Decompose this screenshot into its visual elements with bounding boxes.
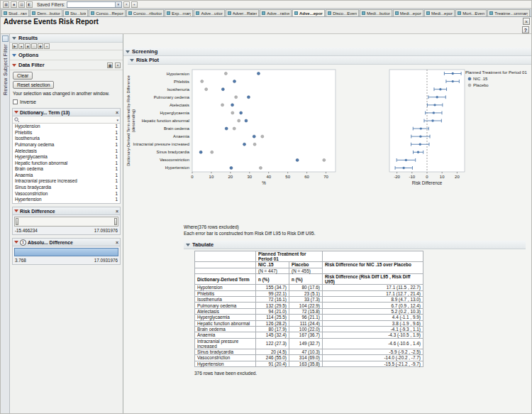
filter-term-item[interactable]: Isosthenuria1	[13, 136, 120, 142]
clear-filter-icon[interactable]: ×	[123, 1, 130, 8]
term-label: Brain oedema	[15, 166, 43, 173]
options-header[interactable]: Options	[10, 50, 123, 60]
clear-button[interactable]: Clear	[13, 72, 33, 80]
close-icon[interactable]: ×	[116, 209, 118, 214]
tab-medi-bution[interactable]: Medi...bution	[360, 9, 392, 16]
tab-label: Exp...mary	[172, 11, 191, 16]
red-triangle-menu-icon[interactable]	[14, 209, 18, 212]
risk-plot[interactable]: HypotensionPhlebitisIsosthenuriaPulmonar…	[125, 66, 531, 191]
title-bar: Adverse Events Risk Report ×	[1, 17, 531, 26]
tab-medi-eport[interactable]: Medi...eport	[424, 9, 455, 16]
tab-dem-bution[interactable]: Dem...bution	[30, 9, 62, 16]
tab-conco-ribution[interactable]: Conco...ribution	[126, 9, 164, 16]
svg-text:0: 0	[426, 175, 428, 179]
add-filter-icon[interactable]: +	[131, 1, 138, 8]
filter-term-item[interactable]: Hyperglycaemia1	[13, 154, 120, 160]
brush-tool-icon[interactable]: ■	[25, 43, 31, 49]
filter-close-icon[interactable]: ×	[115, 62, 121, 68]
risk-difference-range-slider[interactable]	[14, 217, 118, 227]
results-panel: Results ▶ ● ■ ○ ◆ + Options Data Filter …	[10, 34, 123, 413]
filter-term-item[interactable]: Hypotension1	[13, 124, 120, 130]
value-cell: 72 (16.1)	[256, 296, 289, 302]
tab-mort-event[interactable]: Mort...Event	[455, 9, 487, 16]
absolute-difference-selected-range[interactable]	[14, 248, 118, 256]
red-triangle-menu-icon[interactable]	[14, 241, 18, 244]
tab-icon	[91, 11, 94, 15]
help-button[interactable]: ?	[522, 26, 529, 33]
term-count: 1	[115, 154, 118, 160]
zoom-tool-icon[interactable]: ◆	[38, 43, 43, 49]
filter-term-item[interactable]: Intracranial pressure increased1	[13, 178, 120, 185]
results-header[interactable]: Results	[10, 34, 123, 43]
filter-term-item[interactable]: Atelectasis1	[13, 148, 120, 155]
tab-icon	[65, 11, 69, 15]
close-icon[interactable]: ×	[116, 240, 118, 245]
term-cell: Vasoconstriction	[195, 355, 256, 361]
data-filter-header[interactable]: Data Filter ▦ ×	[10, 60, 123, 70]
svg-text:Phlebitis: Phlebitis	[174, 80, 189, 84]
review-subject-filter-strip[interactable]: Review Subject Filter	[1, 34, 10, 413]
red-triangle-menu-icon[interactable]	[12, 64, 16, 67]
tab-treatme-ummary[interactable]: Treatme...ummary	[487, 9, 530, 16]
crosshair-tool-icon[interactable]: +	[44, 43, 50, 49]
tab-stu-lots[interactable]: Stu...lots	[63, 9, 88, 16]
risk-plot-header[interactable]: Risk Plot	[128, 56, 531, 65]
tab-medi-eport[interactable]: Medi...eport	[393, 9, 423, 16]
term-search-row[interactable]: ▾	[13, 116, 120, 124]
svg-text:-10: -10	[409, 175, 415, 179]
tab-adve-rative[interactable]: Adve...rative	[260, 9, 292, 16]
tab-exp-mary[interactable]: Exp...mary	[165, 9, 193, 16]
filter-term-item[interactable]: Hepatic function abnormal1	[13, 160, 120, 167]
term-cell: Intracranial pressure increased	[195, 338, 256, 349]
value-cell: 155 (34.7)	[256, 285, 289, 290]
term-filter-header[interactable]: Dictionary... Term (13) ×	[13, 109, 120, 116]
inverse-checkbox[interactable]	[13, 99, 18, 104]
range-min-value: -15.466234	[15, 228, 38, 233]
tab-disco-event[interactable]: Disco...Event	[326, 9, 359, 16]
reset-selection-button[interactable]: Reset selection	[13, 81, 54, 89]
filter-term-item[interactable]: Anaemia1	[13, 173, 120, 179]
tab-label: Adve...eport	[299, 11, 323, 16]
filter-term-item[interactable]: Sinus bradycardia1	[13, 185, 120, 191]
filter-term-item[interactable]: Vasoconstriction1	[13, 191, 120, 197]
tab-adve-ution[interactable]: Adve...ution	[194, 9, 224, 16]
layout-icon[interactable]: ◧	[26, 1, 33, 8]
inverse-checkbox-row[interactable]: Inverse	[10, 97, 123, 105]
value-cell: 8.9 (4.7 , 13.0)	[323, 296, 423, 302]
save-icon[interactable]: ■	[11, 1, 17, 8]
chevron-down-icon[interactable]: ▾	[116, 118, 118, 122]
open-icon[interactable]: ▦	[3, 1, 9, 8]
term-count: 1	[115, 191, 118, 197]
filter-term-item[interactable]: Hypertension1	[13, 197, 120, 203]
risk-difference-filter-header[interactable]: Risk Difference ×	[13, 207, 120, 215]
slider-handle-right[interactable]	[114, 218, 117, 225]
filter-options-icon[interactable]: ▦	[107, 62, 113, 68]
lasso-tool-icon[interactable]: ○	[31, 43, 37, 49]
absolute-difference-filter-header[interactable]: 1 Absolu... Difference ×	[13, 239, 120, 246]
red-triangle-menu-icon[interactable]	[14, 111, 18, 114]
tabulate-header[interactable]: Tabulate	[184, 241, 526, 249]
copy-icon[interactable]: ▤	[18, 1, 25, 8]
slider-handle-left[interactable]	[16, 218, 18, 225]
filter-term-item[interactable]: Brain oedema1	[13, 166, 120, 173]
value-cell: 149 (32.7)	[289, 338, 323, 349]
filter-term-item[interactable]: Pulmonary oedema1	[13, 142, 120, 148]
tab-adve-eport[interactable]: Adve...eport	[292, 9, 325, 16]
term-count: 1	[115, 148, 118, 155]
close-icon[interactable]: ×	[116, 110, 118, 115]
subject-filter-icon	[2, 36, 9, 42]
tab-label: Stud...ram	[9, 11, 27, 16]
screening-header[interactable]: Screening	[123, 48, 531, 56]
saved-filters-label: Saved Filters:	[37, 2, 65, 7]
close-button[interactable]: ×	[523, 18, 530, 25]
arrow-tool-icon[interactable]: ▶	[12, 43, 18, 49]
tab-stud-ram[interactable]: Stud...ram	[1, 9, 29, 16]
tab-adver-rates[interactable]: Adver...Rates	[226, 9, 259, 16]
hand-tool-icon[interactable]: ●	[18, 43, 24, 49]
saved-filters-select[interactable]: ▾	[67, 1, 122, 8]
n-count-placebo: (N = 455)	[289, 268, 323, 273]
svg-text:Anaemia: Anaemia	[173, 134, 190, 138]
chevron-down-icon: ▾	[115, 2, 121, 7]
tab-conco-report[interactable]: Conco...Report	[89, 9, 126, 16]
filter-term-item[interactable]: Phlebitis1	[13, 130, 120, 136]
